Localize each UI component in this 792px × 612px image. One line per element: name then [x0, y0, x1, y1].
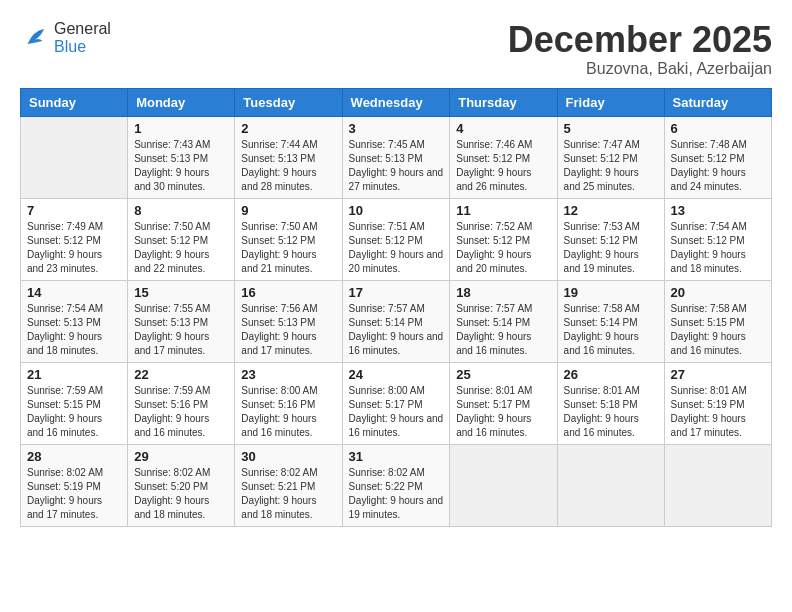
cell-info: Sunrise: 7:48 AMSunset: 5:12 PMDaylight:… [671, 138, 765, 194]
calendar-week-row: 7Sunrise: 7:49 AMSunset: 5:12 PMDaylight… [21, 198, 772, 280]
cell-info: Sunrise: 7:57 AMSunset: 5:14 PMDaylight:… [349, 302, 444, 358]
calendar-cell: 2Sunrise: 7:44 AMSunset: 5:13 PMDaylight… [235, 116, 342, 198]
cell-info: Sunrise: 7:52 AMSunset: 5:12 PMDaylight:… [456, 220, 550, 276]
day-number: 8 [134, 203, 228, 218]
calendar-week-row: 1Sunrise: 7:43 AMSunset: 5:13 PMDaylight… [21, 116, 772, 198]
calendar-cell: 29Sunrise: 8:02 AMSunset: 5:20 PMDayligh… [128, 444, 235, 526]
day-number: 25 [456, 367, 550, 382]
calendar-cell: 10Sunrise: 7:51 AMSunset: 5:12 PMDayligh… [342, 198, 450, 280]
day-number: 30 [241, 449, 335, 464]
day-number: 28 [27, 449, 121, 464]
calendar-cell: 28Sunrise: 8:02 AMSunset: 5:19 PMDayligh… [21, 444, 128, 526]
cell-info: Sunrise: 7:45 AMSunset: 5:13 PMDaylight:… [349, 138, 444, 194]
page-header: General Blue December 2025 Buzovna, Baki… [20, 20, 772, 78]
calendar-cell: 30Sunrise: 8:02 AMSunset: 5:21 PMDayligh… [235, 444, 342, 526]
day-number: 3 [349, 121, 444, 136]
day-number: 23 [241, 367, 335, 382]
day-number: 27 [671, 367, 765, 382]
location-subtitle: Buzovna, Baki, Azerbaijan [508, 60, 772, 78]
day-number: 7 [27, 203, 121, 218]
day-number: 10 [349, 203, 444, 218]
cell-info: Sunrise: 7:53 AMSunset: 5:12 PMDaylight:… [564, 220, 658, 276]
calendar-cell: 22Sunrise: 7:59 AMSunset: 5:16 PMDayligh… [128, 362, 235, 444]
day-number: 11 [456, 203, 550, 218]
calendar-week-row: 14Sunrise: 7:54 AMSunset: 5:13 PMDayligh… [21, 280, 772, 362]
calendar-cell [450, 444, 557, 526]
cell-info: Sunrise: 7:50 AMSunset: 5:12 PMDaylight:… [134, 220, 228, 276]
cell-info: Sunrise: 8:00 AMSunset: 5:16 PMDaylight:… [241, 384, 335, 440]
calendar-week-row: 21Sunrise: 7:59 AMSunset: 5:15 PMDayligh… [21, 362, 772, 444]
calendar-cell: 15Sunrise: 7:55 AMSunset: 5:13 PMDayligh… [128, 280, 235, 362]
calendar-cell: 1Sunrise: 7:43 AMSunset: 5:13 PMDaylight… [128, 116, 235, 198]
calendar-cell: 6Sunrise: 7:48 AMSunset: 5:12 PMDaylight… [664, 116, 771, 198]
cell-info: Sunrise: 7:44 AMSunset: 5:13 PMDaylight:… [241, 138, 335, 194]
calendar-cell: 11Sunrise: 7:52 AMSunset: 5:12 PMDayligh… [450, 198, 557, 280]
calendar-cell: 5Sunrise: 7:47 AMSunset: 5:12 PMDaylight… [557, 116, 664, 198]
day-number: 15 [134, 285, 228, 300]
day-number: 20 [671, 285, 765, 300]
day-number: 17 [349, 285, 444, 300]
calendar-cell: 17Sunrise: 7:57 AMSunset: 5:14 PMDayligh… [342, 280, 450, 362]
header-day-tuesday: Tuesday [235, 88, 342, 116]
cell-info: Sunrise: 7:54 AMSunset: 5:13 PMDaylight:… [27, 302, 121, 358]
logo: General Blue [20, 20, 111, 56]
cell-info: Sunrise: 8:02 AMSunset: 5:22 PMDaylight:… [349, 466, 444, 522]
cell-info: Sunrise: 7:56 AMSunset: 5:13 PMDaylight:… [241, 302, 335, 358]
cell-info: Sunrise: 7:59 AMSunset: 5:16 PMDaylight:… [134, 384, 228, 440]
month-title: December 2025 [508, 20, 772, 60]
cell-info: Sunrise: 8:02 AMSunset: 5:20 PMDaylight:… [134, 466, 228, 522]
cell-info: Sunrise: 7:51 AMSunset: 5:12 PMDaylight:… [349, 220, 444, 276]
day-number: 22 [134, 367, 228, 382]
day-number: 14 [27, 285, 121, 300]
calendar-cell: 19Sunrise: 7:58 AMSunset: 5:14 PMDayligh… [557, 280, 664, 362]
calendar-cell: 24Sunrise: 8:00 AMSunset: 5:17 PMDayligh… [342, 362, 450, 444]
calendar-cell: 9Sunrise: 7:50 AMSunset: 5:12 PMDaylight… [235, 198, 342, 280]
calendar-week-row: 28Sunrise: 8:02 AMSunset: 5:19 PMDayligh… [21, 444, 772, 526]
calendar-cell: 31Sunrise: 8:02 AMSunset: 5:22 PMDayligh… [342, 444, 450, 526]
header-day-friday: Friday [557, 88, 664, 116]
day-number: 29 [134, 449, 228, 464]
calendar-cell: 3Sunrise: 7:45 AMSunset: 5:13 PMDaylight… [342, 116, 450, 198]
cell-info: Sunrise: 7:58 AMSunset: 5:14 PMDaylight:… [564, 302, 658, 358]
calendar-cell: 27Sunrise: 8:01 AMSunset: 5:19 PMDayligh… [664, 362, 771, 444]
day-number: 1 [134, 121, 228, 136]
day-number: 9 [241, 203, 335, 218]
calendar-cell: 7Sunrise: 7:49 AMSunset: 5:12 PMDaylight… [21, 198, 128, 280]
calendar-table: SundayMondayTuesdayWednesdayThursdayFrid… [20, 88, 772, 527]
calendar-cell: 13Sunrise: 7:54 AMSunset: 5:12 PMDayligh… [664, 198, 771, 280]
cell-info: Sunrise: 7:57 AMSunset: 5:14 PMDaylight:… [456, 302, 550, 358]
day-number: 26 [564, 367, 658, 382]
header-day-sunday: Sunday [21, 88, 128, 116]
calendar-cell: 25Sunrise: 8:01 AMSunset: 5:17 PMDayligh… [450, 362, 557, 444]
day-number: 13 [671, 203, 765, 218]
header-day-monday: Monday [128, 88, 235, 116]
cell-info: Sunrise: 8:02 AMSunset: 5:19 PMDaylight:… [27, 466, 121, 522]
cell-info: Sunrise: 8:01 AMSunset: 5:19 PMDaylight:… [671, 384, 765, 440]
calendar-cell: 23Sunrise: 8:00 AMSunset: 5:16 PMDayligh… [235, 362, 342, 444]
calendar-header-row: SundayMondayTuesdayWednesdayThursdayFrid… [21, 88, 772, 116]
cell-info: Sunrise: 8:01 AMSunset: 5:18 PMDaylight:… [564, 384, 658, 440]
calendar-cell: 21Sunrise: 7:59 AMSunset: 5:15 PMDayligh… [21, 362, 128, 444]
header-day-thursday: Thursday [450, 88, 557, 116]
day-number: 21 [27, 367, 121, 382]
day-number: 5 [564, 121, 658, 136]
cell-info: Sunrise: 8:00 AMSunset: 5:17 PMDaylight:… [349, 384, 444, 440]
calendar-cell: 4Sunrise: 7:46 AMSunset: 5:12 PMDaylight… [450, 116, 557, 198]
day-number: 6 [671, 121, 765, 136]
calendar-cell: 18Sunrise: 7:57 AMSunset: 5:14 PMDayligh… [450, 280, 557, 362]
header-day-wednesday: Wednesday [342, 88, 450, 116]
calendar-cell: 14Sunrise: 7:54 AMSunset: 5:13 PMDayligh… [21, 280, 128, 362]
logo-bird-icon [20, 23, 50, 53]
day-number: 16 [241, 285, 335, 300]
day-number: 2 [241, 121, 335, 136]
calendar-cell: 8Sunrise: 7:50 AMSunset: 5:12 PMDaylight… [128, 198, 235, 280]
day-number: 24 [349, 367, 444, 382]
cell-info: Sunrise: 7:55 AMSunset: 5:13 PMDaylight:… [134, 302, 228, 358]
day-number: 31 [349, 449, 444, 464]
cell-info: Sunrise: 7:47 AMSunset: 5:12 PMDaylight:… [564, 138, 658, 194]
cell-info: Sunrise: 8:02 AMSunset: 5:21 PMDaylight:… [241, 466, 335, 522]
day-number: 19 [564, 285, 658, 300]
title-block: December 2025 Buzovna, Baki, Azerbaijan [508, 20, 772, 78]
cell-info: Sunrise: 8:01 AMSunset: 5:17 PMDaylight:… [456, 384, 550, 440]
cell-info: Sunrise: 7:46 AMSunset: 5:12 PMDaylight:… [456, 138, 550, 194]
